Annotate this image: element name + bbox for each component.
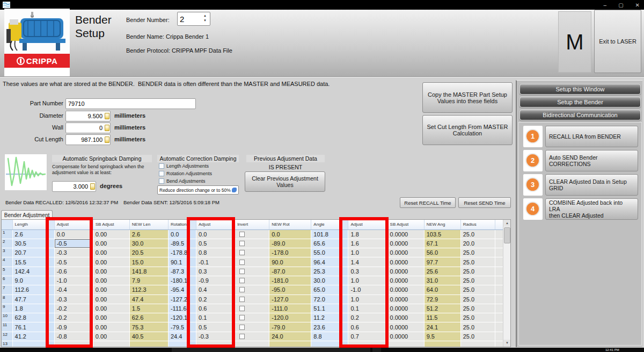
column-header-radius[interactable]: Radius xyxy=(460,220,495,229)
grid-cell[interactable]: 9.0 xyxy=(12,276,48,285)
auto-send-corrections-button[interactable]: Auto SEND Bender CORRECTIONS xyxy=(545,150,638,171)
grid-cell[interactable]: 24.0 xyxy=(269,332,311,341)
grid-cell[interactable]: 0.3 xyxy=(196,267,235,276)
grid-cell[interactable]: 40.5 xyxy=(129,332,168,341)
grid-cell[interactable]: 25.0 xyxy=(460,294,495,304)
grid-cell[interactable]: 24.1 xyxy=(424,322,460,332)
invert-checkbox[interactable] xyxy=(239,260,245,265)
grid-cell[interactable]: 23.6 xyxy=(311,322,342,332)
grid-cell[interactable]: 1.6 xyxy=(348,239,387,248)
grid-cell[interactable]: 103.5 xyxy=(424,229,460,239)
grid-cell[interactable]: -0.8 xyxy=(54,332,93,341)
column-header-new-rot[interactable]: NEW Rot xyxy=(269,220,311,229)
column-header-invert[interactable]: Invert xyxy=(235,220,269,229)
reset-send-time-button[interactable]: Reset SEND Time xyxy=(458,197,511,208)
grid-cell[interactable]: 31.0 xyxy=(424,276,460,285)
grid-cell[interactable]: 20.0 xyxy=(460,239,495,248)
grid-cell[interactable]: 112.3 xyxy=(129,285,168,294)
grid-cell[interactable]: 25.6 xyxy=(424,267,460,276)
grid-cell[interactable]: 47.4 xyxy=(129,294,168,304)
os-taskbar[interactable]: 12:41 PM xyxy=(0,348,644,352)
grid-cell[interactable]: 101.8 xyxy=(311,229,342,239)
grid-cell[interactable]: 96.4 xyxy=(311,257,342,267)
invert-checkbox[interactable] xyxy=(239,241,245,246)
column-header-adjust[interactable]: Adjust xyxy=(196,220,235,229)
grid-cell[interactable] xyxy=(93,341,129,347)
grid-cell[interactable]: 76.1 xyxy=(12,322,48,332)
grid-cell[interactable]: 0.00 xyxy=(93,294,129,304)
grid-cell[interactable]: 25.0 xyxy=(460,229,495,239)
part-number-field[interactable] xyxy=(65,98,196,109)
grid-cell[interactable]: -89.5 xyxy=(168,239,189,248)
grid-cell[interactable]: 51.2 xyxy=(424,304,460,313)
setup-the-bender-button[interactable]: Setup the Bender xyxy=(519,97,641,107)
length-adjustments-checkbox[interactable] xyxy=(159,163,164,169)
grid-cell[interactable]: 56.0 xyxy=(424,248,460,257)
grid-cell[interactable]: 0.0000 xyxy=(387,248,424,257)
grid-cell[interactable]: 1.0 xyxy=(348,294,387,304)
grid-cell[interactable]: 0.1 xyxy=(348,304,387,313)
grid-cell[interactable]: 15.5 xyxy=(12,257,48,267)
grid-cell[interactable]: -95.0 xyxy=(269,285,311,294)
diameter-field[interactable] xyxy=(65,111,111,121)
grid-cell[interactable]: -111.0 xyxy=(269,304,311,313)
invert-checkbox[interactable] xyxy=(239,297,245,302)
invert-checkbox[interactable] xyxy=(239,334,245,339)
grid-cell[interactable]: 25.0 xyxy=(460,267,495,276)
grid-cell[interactable] xyxy=(196,341,235,347)
grid-cell[interactable]: 0.5 xyxy=(196,239,235,248)
grid-cell[interactable]: -0.3 xyxy=(54,294,93,304)
minimize-button[interactable]: – xyxy=(604,2,607,8)
recall-lra-button[interactable]: RECALL LRA from BENDER xyxy=(545,126,638,147)
grid-cell[interactable]: -180.1 xyxy=(168,276,189,285)
grid-cell[interactable]: -0.6 xyxy=(54,267,93,276)
grid-cell[interactable]: 55.0 xyxy=(311,248,342,257)
grid-cell[interactable]: 65.0 xyxy=(311,285,342,294)
grid-cell[interactable]: 2.6 xyxy=(129,229,168,239)
grid-cell[interactable]: -79.0 xyxy=(269,322,311,332)
grid-cell[interactable]: 112.6 xyxy=(12,285,48,294)
grid-cell[interactable]: -127.0 xyxy=(269,294,311,304)
grid-cell[interactable]: 30.5 xyxy=(12,239,48,248)
column-header-blank[interactable] xyxy=(2,220,12,229)
grid-cell[interactable]: 0.0 xyxy=(168,229,189,239)
grid-cell[interactable] xyxy=(54,341,93,347)
grid-cell[interactable]: 0.0000 xyxy=(387,332,424,341)
grid-cell[interactable]: 25.3 xyxy=(311,267,342,276)
grid-cell[interactable]: -120.1 xyxy=(168,313,189,322)
grid-cell[interactable] xyxy=(129,341,168,347)
invert-checkbox[interactable] xyxy=(239,306,245,311)
grid-cell[interactable]: 25.0 xyxy=(460,248,495,257)
invert-checkbox[interactable] xyxy=(239,278,245,283)
grid-cell[interactable]: 0.0000 xyxy=(387,229,424,239)
column-header-new-ang[interactable]: NEW Ang xyxy=(424,220,460,229)
grid-cell[interactable]: -95.4 xyxy=(168,285,189,294)
exit-to-laser-button[interactable]: Exit to LASER xyxy=(594,10,641,73)
invert-checkbox[interactable] xyxy=(239,315,245,320)
grid-cell[interactable]: 0.0 xyxy=(196,229,235,239)
grid-cell[interactable]: 0.00 xyxy=(93,248,129,257)
grid-cell[interactable]: -178.0 xyxy=(269,248,311,257)
grid-cell[interactable]: 0.00 xyxy=(93,322,129,332)
grid-cell[interactable]: -0.4 xyxy=(54,285,93,294)
grid-cell[interactable]: 1.5 xyxy=(129,304,168,313)
grid-cell[interactable]: 25.0 xyxy=(460,285,495,294)
grid-cell[interactable]: 0.00 xyxy=(93,313,129,322)
grid-cell[interactable]: 0.0000 xyxy=(387,285,424,294)
grid-cell[interactable]: 9.5 xyxy=(424,332,460,341)
m-button[interactable]: M xyxy=(558,11,591,73)
copy-master-button[interactable]: Copy the MASTER Part Setup Values into t… xyxy=(422,82,513,113)
reset-recall-time-button[interactable]: Reset RECALL Time xyxy=(400,197,456,208)
damping-mode-dropdown[interactable]: Reduce direction change or to 50% xyxy=(157,185,239,195)
scroll-up-icon[interactable]: ▲ xyxy=(503,220,511,227)
grid-cell[interactable]: 0.00 xyxy=(93,257,129,267)
column-header-rotation[interactable]: Rotation xyxy=(168,220,189,229)
grid-cell[interactable]: 20.5 xyxy=(129,248,168,257)
grid-cell[interactable]: 7.9 xyxy=(129,276,168,285)
column-header-blank[interactable] xyxy=(190,220,196,229)
grid-cell[interactable]: 0.3 xyxy=(348,267,387,276)
calculator-icon[interactable] xyxy=(105,125,109,131)
bender-number-stepper[interactable]: ▲▼ xyxy=(177,12,210,26)
column-header-sb-adjust[interactable]: SB Adjust xyxy=(387,220,424,229)
grid-scrollbar[interactable]: ▲ ▼ xyxy=(503,220,510,347)
